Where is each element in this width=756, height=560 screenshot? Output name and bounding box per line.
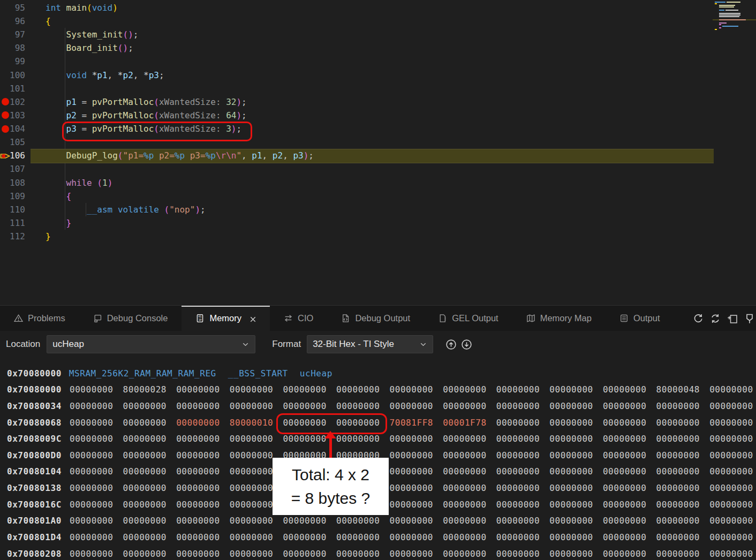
minimap[interactable]: [713, 0, 756, 32]
memory-cell: 00000000: [70, 466, 123, 476]
memory-address: 0x700801D4: [7, 532, 70, 542]
memory-cell: 00000000: [123, 401, 177, 411]
memory-cell: 00000000: [709, 532, 756, 542]
memory-cell: 00000000: [176, 418, 230, 428]
memory-cell: 00000000: [709, 418, 756, 428]
tab-cio[interactable]: CIO: [270, 306, 327, 331]
minimap-line: [719, 10, 724, 11]
add-memory-view-icon[interactable]: [727, 313, 738, 324]
memory-cell: 00000000: [70, 434, 123, 444]
memory-cell: 00000000: [549, 401, 603, 411]
memory-cell: 00000000: [496, 532, 550, 542]
code-text: Board_init();: [46, 41, 133, 55]
tab-gel-output[interactable]: GEL Output: [424, 306, 512, 331]
line-number: 102: [0, 95, 25, 109]
memory-cell: 00000000: [123, 483, 177, 493]
close-icon[interactable]: [248, 315, 256, 322]
memory-cell: 00000000: [709, 384, 756, 395]
line-number: 108: [0, 176, 25, 190]
memory-header-address: 0x70080000: [7, 368, 62, 379]
minimap-line: [719, 22, 727, 24]
memory-cell: 00000000: [549, 384, 603, 395]
memory-cell: 00000000: [70, 384, 123, 395]
memory-cell: 00000000: [336, 434, 390, 444]
format-select[interactable]: 32-Bit Hex - TI Style: [307, 335, 433, 353]
memory-cell: 00000000: [443, 516, 496, 526]
memory-cell: 00000000: [70, 549, 123, 559]
minimap-line: [719, 5, 735, 6]
memory-cell: 00000000: [496, 466, 550, 476]
tab-label: CIO: [298, 313, 313, 323]
code-editor: 95int main(void)96{97 System_init();98 B…: [0, 0, 756, 305]
memory-cell: 00000000: [549, 483, 603, 493]
memory-cell: 00000000: [176, 466, 230, 476]
tab-memory[interactable]: 0110Memory: [182, 306, 270, 331]
tab-label: Memory: [209, 313, 241, 323]
memory-row: 0x700801A0000000000000000000000000000000…: [0, 512, 756, 529]
memory-address: 0x70080034: [7, 401, 70, 411]
sync-icon[interactable]: [710, 313, 721, 324]
memory-cell: 00000000: [709, 500, 756, 510]
memory-cell: 00000000: [390, 483, 443, 493]
scroll-up-icon[interactable]: [445, 339, 457, 350]
memory-cell: 00000000: [709, 401, 756, 411]
tab-label: Output: [633, 313, 660, 323]
refresh-icon[interactable]: [693, 313, 704, 324]
tab-output[interactable]: Output: [606, 306, 674, 331]
minimap-line: [722, 26, 738, 27]
memory-cell: 00000000: [603, 401, 656, 411]
code-line: 95int main(void): [0, 1, 756, 14]
tab-debug-console[interactable]: Debug Console: [79, 306, 182, 331]
line-number: 95: [0, 1, 25, 14]
memory-cell: 80000048: [656, 384, 710, 395]
memory-chip-icon: 0110: [195, 314, 205, 323]
memory-cell: 00000000: [390, 401, 443, 411]
memory-cell: 00000000: [603, 384, 656, 395]
code-text: int main(void): [46, 1, 118, 14]
memory-cell: 00000000: [443, 384, 496, 395]
memory-cell: 00000000: [176, 483, 230, 493]
memory-row: 0x700801D4000000000000000000000000000000…: [0, 529, 756, 546]
scroll-down-icon[interactable]: [461, 339, 472, 350]
tab-problems[interactable]: Problems: [0, 306, 79, 331]
memory-cell: 00000000: [496, 516, 550, 526]
memory-address: 0x7008009C: [7, 434, 70, 444]
memory-cell: 00000000: [390, 384, 443, 395]
memory-cell: 00000000: [549, 466, 603, 476]
code-line: 106 DebugP_log("p1=%p p2=%p p3=%p\r\n", …: [0, 149, 756, 162]
memory-row: 0x70080000000000008000002800000000000000…: [0, 382, 756, 398]
swap-arrows-icon: [284, 314, 293, 323]
memory-cell: 00000000: [549, 500, 603, 510]
tab-debug-output[interactable]: Debug Output: [327, 306, 424, 331]
location-input[interactable]: ucHeap: [47, 335, 255, 353]
memory-cell: 00000000: [656, 450, 710, 460]
memory-cell: 00000000: [176, 434, 230, 444]
pin-panel-icon[interactable]: [744, 313, 755, 324]
minimap-line: [715, 29, 717, 30]
minimap-line: [719, 14, 740, 16]
minimap-line: [719, 13, 740, 14]
memory-cell: 00001F78: [443, 418, 496, 428]
memory-cell: 00000000: [603, 500, 656, 510]
code-text: }: [46, 216, 71, 230]
memory-cell: 00000000: [123, 516, 177, 526]
memory-cell: 00000000: [603, 434, 656, 444]
memory-cell: 00000000: [709, 450, 756, 460]
annotation-note: Total: 4 x 2 = 8 bytes ?: [273, 458, 389, 515]
memory-cell: 80000010: [230, 418, 283, 428]
tab-memory-map[interactable]: Memory Map: [512, 306, 606, 331]
memory-address: 0x7008016C: [7, 500, 70, 510]
line-number: 101: [0, 82, 25, 95]
line-number: 105: [0, 135, 25, 149]
memory-cell: 00000000: [176, 384, 230, 395]
line-number: 104: [0, 122, 25, 135]
tab-label: GEL Output: [452, 313, 498, 323]
memory-cell: 00000000: [176, 401, 230, 411]
memory-cell: 00000000: [656, 549, 710, 559]
minimap-line: [715, 3, 717, 4]
memory-cell: 00000000: [336, 532, 390, 542]
memory-address: 0x700800D0: [7, 450, 70, 460]
memory-cell: 00000000: [603, 532, 656, 542]
memory-cell: 00000000: [123, 532, 177, 542]
code-line: 98 Board_init();: [0, 41, 756, 55]
